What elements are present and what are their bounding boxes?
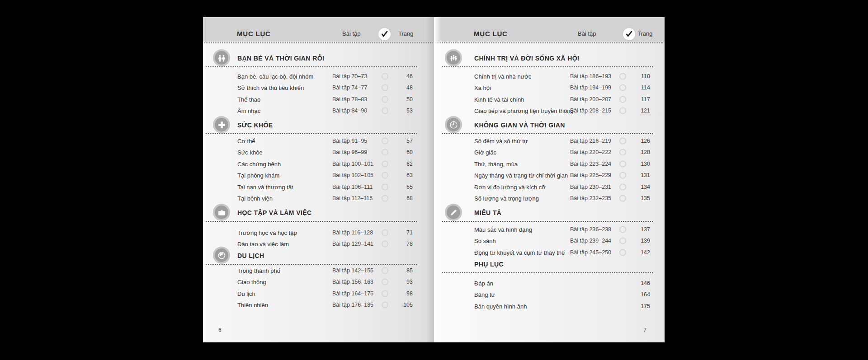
entry-page: 53 <box>406 108 413 114</box>
entry-title: Xã hội <box>474 84 491 91</box>
toc-entry: Trường học và học tập Bài tập 116–128 71 <box>203 227 434 238</box>
dotted-divider <box>206 66 417 67</box>
section-politics-society: CHÍNH TRỊ VÀ ĐỜI SỐNG XÃ HỘI Chính trị v… <box>434 52 665 117</box>
section-title: BẠN BÈ VÀ THỜI GIAN RỖI <box>237 55 324 62</box>
progress-circle <box>382 172 388 179</box>
entry-exercises: Bài tập 106–111 <box>332 184 373 190</box>
entry-title: Màu sắc và hình dạng <box>474 226 532 233</box>
entry-title: Tai nạn và thương tật <box>237 183 293 190</box>
entry-exercises: Bài tập 116–128 <box>332 229 373 236</box>
entry-exercises: Bài tập 176–185 <box>332 302 373 308</box>
entry-page: 85 <box>406 267 413 274</box>
friends-icon <box>215 51 228 65</box>
toc-entry: Sức khỏe Bài tập 96–99 60 <box>203 147 434 159</box>
section-heading: MIÊU TẢ <box>434 207 665 219</box>
progress-circle <box>619 172 626 179</box>
screen-background: MỤC LỤC Bài tập Trang B <box>0 0 868 360</box>
progress-circle <box>382 302 388 309</box>
progress-circle <box>619 73 626 79</box>
clock-icon <box>447 118 460 131</box>
toc-entry: Chính trị và nhà nước Bài tập 186–193 11… <box>434 70 665 82</box>
section-heading: DU LỊCH <box>203 250 434 262</box>
entry-exercises: Bài tập 96–99 <box>332 149 367 155</box>
toc-entry: Số đếm và số thứ tự Bài tập 216–219 126 <box>434 135 665 147</box>
progress-circle <box>619 96 626 103</box>
section-heading: SỨC KHỎE <box>203 119 434 131</box>
progress-circle <box>619 195 626 202</box>
entry-page: 68 <box>406 195 413 201</box>
progress-circle <box>382 229 388 236</box>
entry-exercises: Bài tập 100–101 <box>332 161 373 167</box>
dotted-divider <box>206 133 417 134</box>
progress-circle <box>619 249 626 256</box>
toc-entry: Màu sắc và hình dạng Bài tập 236–238 137 <box>434 224 665 235</box>
entry-exercises: Bài tập 232–235 <box>570 195 611 201</box>
entry-page: 60 <box>406 149 413 155</box>
entry-title: Bản quyền hình ảnh <box>474 303 527 309</box>
entry-exercises: Bài tập 223–224 <box>570 161 611 167</box>
entry-exercises: Bài tập 112–115 <box>332 195 373 201</box>
section-heading: CHÍNH TRỊ VÀ ĐỜI SỐNG XÃ HỘI <box>434 52 665 64</box>
entry-exercises: Bài tập 220–222 <box>570 149 611 155</box>
section-title: DU LỊCH <box>237 252 264 259</box>
toc-entry: Giao tiếp và phương tiện truyền thông Bà… <box>434 105 665 117</box>
progress-circle <box>382 195 388 202</box>
entry-exercises: Bài tập 208–215 <box>570 108 611 114</box>
entry-title: Bạn bè, câu lạc bộ, đội nhóm <box>237 73 313 79</box>
entry-page: 105 <box>403 302 413 308</box>
section-heading: PHỤ LỤC <box>434 258 665 270</box>
toc-entry: Bảng từ 164 <box>434 289 665 301</box>
entry-page: 48 <box>406 84 413 91</box>
entry-page: 57 <box>406 138 413 144</box>
toc-entry: Đơn vị đo lường và kích cỡ Bài tập 230–2… <box>434 181 665 193</box>
entry-page: 78 <box>406 241 413 247</box>
entry-title: Sở thích và thú tiêu khiển <box>237 84 304 91</box>
entry-exercises: Bài tập 129–141 <box>332 241 373 247</box>
entry-page: 71 <box>406 229 413 236</box>
progress-circle <box>619 149 626 156</box>
toc-entry: Trong thành phố Bài tập 142–155 85 <box>203 265 434 276</box>
entry-title: Đáp án <box>474 280 493 286</box>
dotted-divider <box>442 272 653 273</box>
entry-title: Sức khỏe <box>237 149 263 156</box>
toc-entry: Giao thông Bài tập 156–163 93 <box>203 276 434 288</box>
section-heading: HỌC TẬP VÀ LÀM VIỆC <box>203 207 434 219</box>
toc-entry: Cơ thể Bài tập 91–95 57 <box>203 135 434 147</box>
entry-page: 65 <box>406 184 413 190</box>
toc-entry: Đào tạo và việc làm Bài tập 129–141 78 <box>203 238 434 250</box>
entry-page: 126 <box>641 138 650 144</box>
entry-title: Giao tiếp và phương tiện truyền thông <box>474 108 574 114</box>
entry-page: 164 <box>641 291 650 298</box>
section-title: PHỤ LỤC <box>474 261 504 268</box>
entry-page: 134 <box>641 184 650 190</box>
people-group-icon <box>447 51 460 65</box>
entry-title: Du lịch <box>237 290 255 297</box>
entry-page: 63 <box>406 172 413 178</box>
progress-circle <box>382 84 388 91</box>
dotted-divider <box>442 133 653 134</box>
entry-title: Thứ, tháng, mùa <box>474 160 518 167</box>
entry-title: Các chứng bệnh <box>237 160 281 167</box>
entry-page: 139 <box>641 238 650 244</box>
toc-entry: Tại bệnh viện Bài tập 112–115 68 <box>203 193 434 205</box>
progress-circle <box>619 183 626 190</box>
dotted-divider <box>206 221 417 222</box>
entry-page: 137 <box>641 226 650 233</box>
entry-title: Giao thông <box>237 279 266 285</box>
entry-page: 128 <box>641 149 650 155</box>
globe-icon <box>215 248 228 262</box>
progress-circle <box>619 137 626 144</box>
entry-page: 117 <box>641 96 650 103</box>
entry-title: Cơ thể <box>237 137 255 144</box>
folio-page-number: 7 <box>643 327 646 333</box>
section-space-time: KHÔNG GIAN VÀ THỜI GIAN Số đếm và số thứ… <box>434 119 665 204</box>
section-description: MIÊU TẢ Màu sắc và hình dạng Bài tập 236… <box>434 207 665 258</box>
entry-exercises: Bài tập 236–238 <box>570 226 611 233</box>
toc-page-left: MỤC LỤC Bài tập Trang B <box>203 17 434 342</box>
entry-exercises: Bài tập 200–207 <box>570 96 611 103</box>
entry-exercises: Bài tập 74–77 <box>332 84 367 91</box>
entry-title: Đào tạo và việc làm <box>237 241 289 248</box>
entry-exercises: Bài tập 245–250 <box>570 249 611 256</box>
toc-entry: Thiên nhiên Bài tập 176–185 105 <box>203 299 434 311</box>
progress-circle <box>382 290 388 297</box>
